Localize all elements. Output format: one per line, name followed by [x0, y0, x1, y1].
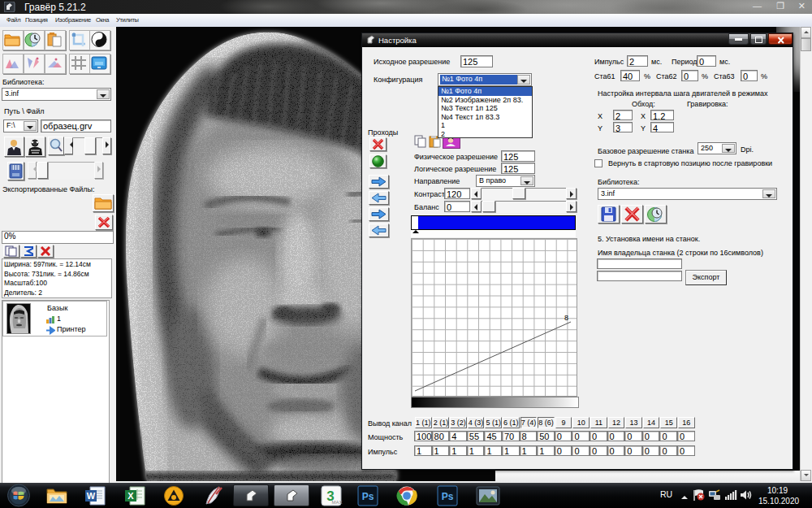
svg-text:X: X: [127, 491, 134, 501]
svg-text:Ps: Ps: [442, 491, 454, 502]
svg-text:Ps: Ps: [362, 491, 374, 502]
svg-text:MAX: MAX: [331, 500, 342, 505]
svg-text:W: W: [87, 491, 96, 501]
